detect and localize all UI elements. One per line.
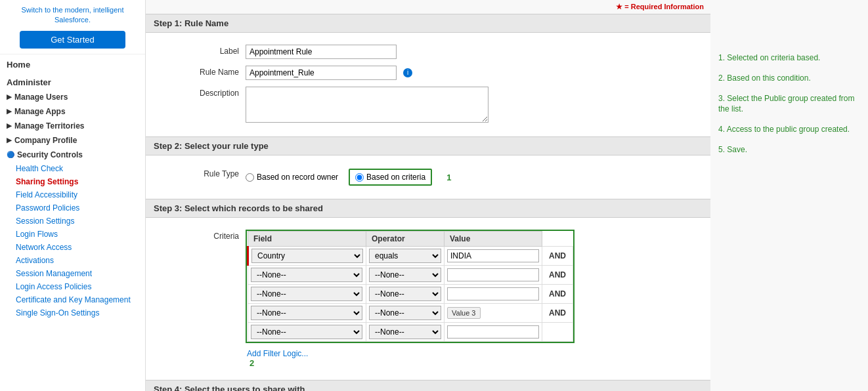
sidebar-item-manage-apps[interactable]: ▶ Manage Apps xyxy=(0,104,145,119)
content-area: ★ = Required Information Step 1: Rule Na… xyxy=(146,0,868,391)
arrow-icon: ▶ xyxy=(7,122,12,129)
sidebar-item-manage-territories[interactable]: ▶ Manage Territories xyxy=(0,119,145,133)
sidebar-subitem-network-access[interactable]: Network Access xyxy=(0,241,145,254)
and-cell-5 xyxy=(542,323,573,342)
criteria-field: Field Operator Value xyxy=(246,230,703,368)
radio-criteria[interactable]: Based on criteria xyxy=(355,173,425,182)
value-input-1[interactable] xyxy=(447,249,539,262)
radio-criteria-label: Based on criteria xyxy=(366,173,425,182)
side-note-3-text: 3. Select the Public group created from … xyxy=(718,94,854,114)
field-select-5[interactable]: --None-- xyxy=(251,325,362,339)
sidebar-item-company-profile[interactable]: ▶ Company Profile xyxy=(0,133,145,148)
sidebar-subitem-field-accessibility[interactable]: Field Accessibility xyxy=(0,188,145,201)
value-cell-5 xyxy=(445,323,542,342)
security-controls-label: Security Controls xyxy=(17,150,83,159)
rule-name-row: Rule Name i xyxy=(146,64,710,81)
side-note-2-text: 2. Based on this condition. xyxy=(718,73,811,83)
field-select-4[interactable]: --None-- xyxy=(251,306,362,320)
arrow-icon: ▶ xyxy=(7,93,12,100)
label-field xyxy=(246,45,703,59)
required-info-text: = Required Information xyxy=(624,3,704,10)
and-label-2: AND xyxy=(545,270,570,279)
value-input-3[interactable] xyxy=(447,287,539,300)
required-asterisk: ★ xyxy=(616,3,622,10)
label-input[interactable] xyxy=(246,45,397,59)
sidebar-subitem-health-check[interactable]: Health Check xyxy=(0,162,145,175)
field-cell-4: --None-- xyxy=(248,304,366,323)
rule-name-field: i xyxy=(246,66,703,80)
criteria-table-wrap: Field Operator Value xyxy=(246,230,575,343)
operator-select-2[interactable]: --None-- xyxy=(369,268,441,282)
field-cell-5: --None-- xyxy=(248,323,366,342)
criteria-row-3: --None-- --None-- xyxy=(248,285,573,304)
radio-criteria-highlighted: Based on criteria xyxy=(349,169,432,186)
and-label-4: AND xyxy=(545,308,570,318)
field-cell-2: --None-- xyxy=(248,266,366,285)
sidebar-item-security-controls[interactable]: 🔵 Security Controls xyxy=(0,148,145,162)
sidebar-subitem-session-settings[interactable]: Session Settings xyxy=(0,215,145,228)
info-icon[interactable]: i xyxy=(403,68,412,77)
sidebar-subitem-password-policies[interactable]: Password Policies xyxy=(0,201,145,215)
criteria-row-5: --None-- --None-- xyxy=(248,323,573,342)
radio-record-owner-input[interactable] xyxy=(246,173,254,182)
radio-criteria-input[interactable] xyxy=(355,173,364,182)
step2-header: Step 2: Select your rule type xyxy=(146,136,710,155)
criteria-label: Criteria xyxy=(154,230,246,241)
side-note-5-text: 5. Save. xyxy=(718,145,747,154)
sidebar-subitem-cert-key[interactable]: Certificate and Key Management xyxy=(0,293,145,306)
rule-type-label: Rule Type xyxy=(154,167,246,178)
sidebar-subitem-login-access-policies[interactable]: Login Access Policies xyxy=(0,280,145,293)
side-note-1: 1. Selected on criteria based. xyxy=(718,52,860,64)
field-select-2[interactable]: --None-- xyxy=(251,268,362,282)
criteria-row: Criteria Field Operator Value xyxy=(146,228,710,369)
label-field-label: Label xyxy=(154,45,246,56)
field-select-1[interactable]: Country xyxy=(251,249,363,263)
sidebar-subitem-login-flows[interactable]: Login Flows xyxy=(0,228,145,241)
sidebar: Switch to the modern, intelligent Salesf… xyxy=(0,0,146,391)
value-input-2[interactable] xyxy=(447,268,539,281)
sidebar-subitem-activations[interactable]: Activations xyxy=(0,254,145,267)
main-form: ★ = Required Information Step 1: Rule Na… xyxy=(146,0,710,391)
rule-type-row: Rule Type Based on record owner Based on… xyxy=(146,166,710,188)
radio-record-owner[interactable]: Based on record owner xyxy=(246,173,338,182)
sidebar-subitem-sso-settings[interactable]: Single Sign-On Settings xyxy=(0,306,145,319)
get-started-button[interactable]: Get Started xyxy=(20,31,125,49)
rule-type-choices: Based on record owner Based on criteria … xyxy=(246,167,703,187)
description-input[interactable] xyxy=(246,87,488,123)
side-note-1-text: 1. Selected on criteria based. xyxy=(718,53,820,62)
sidebar-item-manage-users[interactable]: ▶ Manage Users xyxy=(0,90,145,104)
operator-select-5[interactable]: --None-- xyxy=(369,325,441,339)
sidebar-subitem-session-management[interactable]: Session Management xyxy=(0,267,145,280)
step2-section: Rule Type Based on record owner Based on… xyxy=(146,155,710,199)
side-note-4-text: 4. Access to the public group created. xyxy=(718,125,850,134)
operator-select-4[interactable]: --None-- xyxy=(369,306,441,320)
step4-header: Step 4: Select the users to share with xyxy=(146,380,710,391)
operator-cell-3: --None-- xyxy=(366,285,445,304)
value-cell-1 xyxy=(445,247,542,266)
administer-heading: Administer xyxy=(0,72,145,90)
value-cell-4: Value 3 xyxy=(445,304,542,323)
field-cell-3: --None-- xyxy=(248,285,366,304)
field-cell-1: Country xyxy=(248,247,366,266)
operator-select-3[interactable]: --None-- xyxy=(369,287,441,301)
step3-section: Criteria Field Operator Value xyxy=(146,218,710,380)
manage-territories-label: Manage Territories xyxy=(14,121,84,131)
operator-cell-1: equals xyxy=(366,247,445,266)
add-filter-link[interactable]: Add Filter Logic... xyxy=(246,349,703,358)
col-value: Value xyxy=(445,232,542,247)
operator-select-1[interactable]: equals xyxy=(369,249,441,263)
value-input-5[interactable] xyxy=(447,325,539,339)
annotation-2: 2 xyxy=(250,358,254,368)
rule-name-input[interactable] xyxy=(246,66,397,80)
step1-section: Label Rule Name i Description xyxy=(146,33,710,136)
operator-cell-4: --None-- xyxy=(366,304,445,323)
switch-text: Switch to the modern, intelligent Salesf… xyxy=(7,5,139,26)
col-field: Field xyxy=(248,232,366,247)
home-link[interactable]: Home xyxy=(0,54,145,72)
and-cell-1: AND xyxy=(542,247,573,266)
side-notes: 1. Selected on criteria based. 2. Based … xyxy=(710,0,868,391)
arrow-icon: ▶ xyxy=(7,108,12,115)
field-select-3[interactable]: --None-- xyxy=(251,287,362,301)
description-field-label: Description xyxy=(154,87,246,98)
sidebar-subitem-sharing-settings[interactable]: Sharing Settings xyxy=(0,175,145,188)
